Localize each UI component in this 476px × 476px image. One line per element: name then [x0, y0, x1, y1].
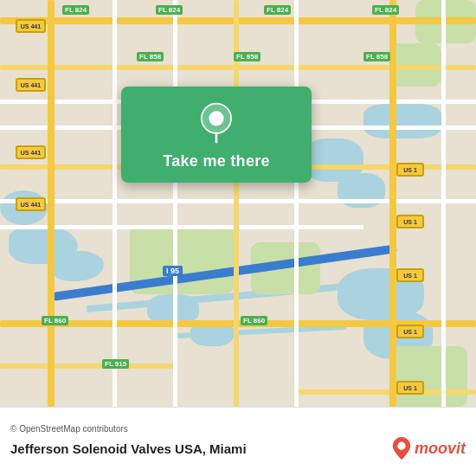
highway-badge-us1: US 1 [396, 163, 424, 177]
svg-point-2 [397, 442, 405, 450]
highway-badge-fl824: FL 824 [62, 5, 89, 15]
moovit-logo: moovit [392, 437, 466, 460]
road [294, 0, 299, 407]
take-me-there-button[interactable]: Take me there [163, 152, 270, 170]
highway-badge-i95: I 95 [163, 266, 183, 276]
water-body [363, 104, 441, 138]
road [294, 389, 476, 395]
highway-badge-fl824: FL 824 [156, 5, 183, 15]
highway-badge-us1: US 1 [396, 215, 424, 228]
moovit-brand-name: moovit [415, 440, 466, 458]
location-popup: Take me there [121, 87, 312, 183]
road [441, 0, 446, 407]
highway-badge-fl860: FL 860 [42, 316, 68, 325]
moovit-pin-icon [392, 437, 411, 460]
map-attribution: © OpenStreetMap contributors [10, 424, 466, 434]
highway-badge-fl858: FL 858 [137, 52, 164, 61]
highway-badge-us441: US 441 [16, 145, 46, 159]
road [173, 0, 177, 407]
highway-badge-fl824: FL 824 [264, 5, 291, 15]
map-area[interactable]: US 441 US 441 US 441 US 441 FL 824 FL 82… [0, 0, 476, 407]
place-name: Jefferson Solenoid Valves USA, Miami [10, 441, 247, 456]
road [389, 0, 396, 407]
location-pin-icon [196, 102, 237, 144]
bottom-bar: © OpenStreetMap contributors Jefferson S… [0, 407, 476, 476]
highway-badge-us1: US 1 [396, 325, 424, 338]
road [0, 225, 363, 229]
road [113, 0, 117, 407]
highway-badge-fl915: FL 915 [102, 359, 129, 369]
highway-badge-fl858: FL 858 [234, 52, 261, 61]
svg-point-1 [209, 111, 223, 125]
highway-badge-us441: US 441 [16, 19, 46, 33]
green-area [389, 346, 467, 407]
highway-badge-us441: US 441 [16, 197, 46, 211]
highway-badge-us1: US 1 [396, 381, 424, 395]
road [48, 0, 55, 407]
road [0, 363, 173, 369]
highway-badge-fl824: FL 824 [372, 5, 399, 15]
highway-badge-us1: US 1 [396, 268, 424, 282]
highway-badge-fl858: FL 858 [363, 52, 390, 61]
highway-badge-us441: US 441 [16, 78, 46, 92]
water-body [52, 251, 104, 281]
highway-badge-fl860: FL 860 [241, 316, 267, 325]
